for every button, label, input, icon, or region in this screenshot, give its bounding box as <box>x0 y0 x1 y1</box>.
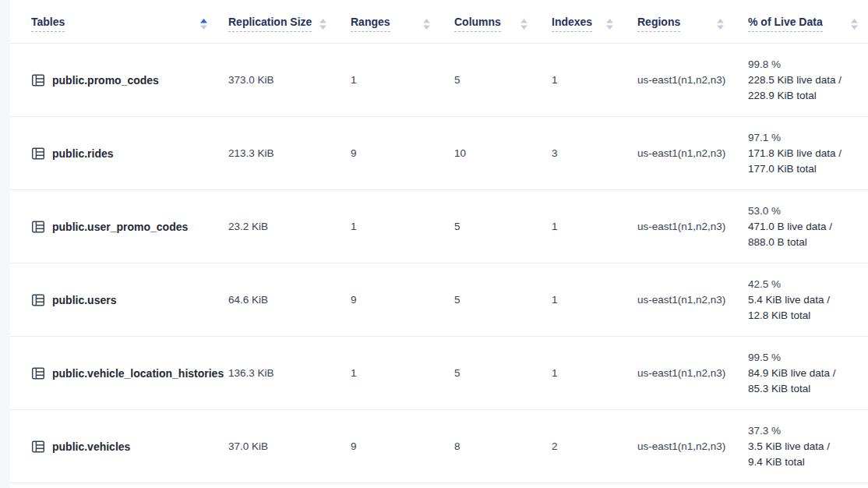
table-row: public.user_promo_codes 23.2 KiB 1 5 1 u… <box>10 190 868 263</box>
table-name-cell: public.vehicle_location_histories <box>10 366 214 380</box>
table-row: public.promo_codes 373.0 KiB 1 5 1 us-ea… <box>10 44 868 117</box>
total-data-line: 888.0 B total <box>748 235 859 250</box>
table-name-link[interactable]: public.users <box>52 294 116 306</box>
column-header-label-tables[interactable]: Tables <box>31 16 65 32</box>
table-name-link[interactable]: public.user_promo_codes <box>52 221 188 233</box>
column-header-label-replication-size[interactable]: Replication Size <box>228 16 312 32</box>
column-header-label-live-data[interactable]: % of Live Data <box>748 16 823 32</box>
table-name-link[interactable]: public.vehicles <box>52 440 130 453</box>
ranges-value: 9 <box>337 294 440 306</box>
regions-value: us-east1(n1,n2,n3) <box>623 221 734 232</box>
table-row: public.rides 213.3 KiB 9 10 3 us-east1(n… <box>10 117 868 190</box>
column-header-label-columns[interactable]: Columns <box>454 16 501 32</box>
column-header-columns[interactable]: Columns <box>440 0 538 43</box>
replication-size-value: 136.3 KiB <box>214 367 337 379</box>
sort-carets-icon[interactable] <box>520 18 528 30</box>
live-data-line: 3.5 KiB live data / <box>748 439 859 454</box>
live-data-line: 5.4 KiB live data / <box>748 292 859 308</box>
replication-size-value: 213.3 KiB <box>214 147 337 159</box>
live-data-cell: 97.1 % 171.8 KiB live data / 177.0 KiB t… <box>734 130 868 177</box>
columns-value: 5 <box>440 221 538 232</box>
sort-carets-icon[interactable] <box>319 18 327 30</box>
column-header-label-ranges[interactable]: Ranges <box>351 16 390 32</box>
live-data-percent: 99.8 % <box>748 57 859 72</box>
table-icon <box>31 293 45 307</box>
live-data-line: 228.5 KiB live data / <box>748 72 859 88</box>
column-header-label-indexes[interactable]: Indexes <box>552 16 592 32</box>
ranges-value: 9 <box>337 147 440 159</box>
total-data-line: 228.9 KiB total <box>748 88 859 104</box>
live-data-line: 84.9 KiB live data / <box>748 366 859 381</box>
table-name-link[interactable]: public.vehicle_location_histories <box>52 367 224 380</box>
total-data-line: 9.4 KiB total <box>748 454 859 470</box>
live-data-percent: 99.5 % <box>748 350 859 366</box>
table-icon <box>31 366 45 380</box>
live-data-percent: 53.0 % <box>748 203 859 219</box>
indexes-value: 1 <box>538 221 623 232</box>
columns-value: 5 <box>440 294 538 306</box>
indexes-value: 2 <box>538 440 623 452</box>
regions-value: us-east1(n1,n2,n3) <box>623 440 734 452</box>
columns-value: 10 <box>440 147 538 159</box>
indexes-value: 3 <box>538 147 623 159</box>
table-name-cell: public.vehicles <box>10 440 214 454</box>
ranges-value: 1 <box>337 74 440 86</box>
table-row: public.users 64.6 KiB 9 5 1 us-east1(n1,… <box>10 263 868 337</box>
total-data-line: 12.8 KiB total <box>748 308 859 324</box>
column-header-ranges[interactable]: Ranges <box>337 0 440 43</box>
live-data-line: 471.0 B live data / <box>748 219 859 235</box>
table-name-cell: public.promo_codes <box>10 73 214 87</box>
table-name-link[interactable]: public.rides <box>52 147 114 160</box>
live-data-cell: 42.5 % 5.4 KiB live data / 12.8 KiB tota… <box>734 277 868 324</box>
columns-value: 8 <box>440 440 538 452</box>
table-row: public.vehicle_location_histories 136.3 … <box>10 337 868 410</box>
columns-value: 5 <box>440 367 538 379</box>
sort-carets-icon[interactable] <box>199 18 208 30</box>
live-data-cell: 37.3 % 3.5 KiB live data / 9.4 KiB total <box>734 423 868 470</box>
tables-list-card: Tables Replication Size Ranges Columns I… <box>10 0 868 488</box>
total-data-line: 85.3 KiB total <box>748 381 859 397</box>
column-header-tables[interactable]: Tables <box>10 0 214 43</box>
sort-carets-icon[interactable] <box>716 18 725 30</box>
columns-value: 5 <box>440 74 538 86</box>
regions-value: us-east1(n1,n2,n3) <box>623 147 734 159</box>
column-header-live-data[interactable]: % of Live Data <box>734 0 868 43</box>
live-data-percent: 37.3 % <box>748 423 859 439</box>
live-data-cell: 53.0 % 471.0 B live data / 888.0 B total <box>734 203 868 250</box>
live-data-cell: 99.5 % 84.9 KiB live data / 85.3 KiB tot… <box>734 350 868 397</box>
column-header-replication-size[interactable]: Replication Size <box>214 0 337 43</box>
ranges-value: 1 <box>337 367 440 379</box>
replication-size-value: 64.6 KiB <box>214 294 337 306</box>
replication-size-value: 23.2 KiB <box>214 221 337 232</box>
live-data-line: 171.8 KiB live data / <box>748 146 859 161</box>
table-name-cell: public.users <box>10 293 214 307</box>
replication-size-value: 373.0 KiB <box>214 74 337 86</box>
sort-carets-icon[interactable] <box>605 18 614 30</box>
regions-value: us-east1(n1,n2,n3) <box>623 367 734 379</box>
table-icon <box>31 147 45 161</box>
ranges-value: 9 <box>337 440 440 452</box>
table-icon <box>31 440 45 454</box>
indexes-value: 1 <box>538 74 623 86</box>
regions-value: us-east1(n1,n2,n3) <box>623 74 734 86</box>
live-data-percent: 42.5 % <box>748 277 859 292</box>
indexes-value: 1 <box>538 294 623 306</box>
table-icon <box>31 220 45 234</box>
sort-carets-icon[interactable] <box>850 18 859 30</box>
replication-size-value: 37.0 KiB <box>214 440 337 452</box>
table-name-cell: public.user_promo_codes <box>10 220 214 234</box>
table-row: public.vehicles 37.0 KiB 9 8 2 us-east1(… <box>10 410 868 483</box>
regions-value: us-east1(n1,n2,n3) <box>623 294 734 306</box>
sort-carets-icon[interactable] <box>422 18 431 30</box>
column-header-label-regions[interactable]: Regions <box>637 16 680 32</box>
table-name-cell: public.rides <box>10 147 214 161</box>
live-data-percent: 97.1 % <box>748 130 859 146</box>
live-data-cell: 99.8 % 228.5 KiB live data / 228.9 KiB t… <box>734 57 868 104</box>
table-icon <box>31 73 45 87</box>
column-header-indexes[interactable]: Indexes <box>538 0 623 43</box>
column-header-regions[interactable]: Regions <box>623 0 734 43</box>
total-data-line: 177.0 KiB total <box>748 161 859 177</box>
indexes-value: 1 <box>538 367 623 379</box>
table-name-link[interactable]: public.promo_codes <box>52 74 159 87</box>
ranges-value: 1 <box>337 221 440 232</box>
